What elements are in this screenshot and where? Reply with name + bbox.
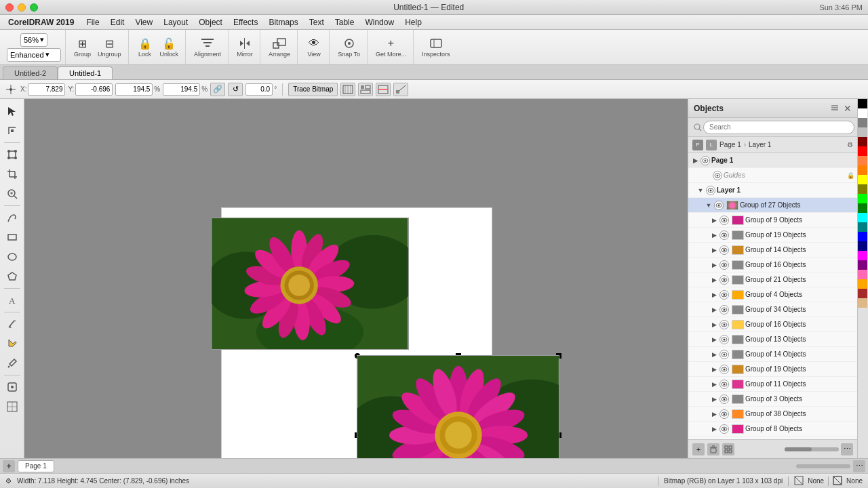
menu-item-window[interactable]: Window: [359, 16, 399, 28]
node-tool[interactable]: [3, 121, 22, 140]
tree-item-12[interactable]: ▶Group of 11 Objects: [688, 377, 857, 392]
palette-color[interactable]: [858, 156, 867, 165]
item-toggle-3[interactable]: ▶: [710, 246, 718, 254]
panel-options-btn[interactable]: [830, 103, 840, 114]
menu-item-effects[interactable]: Effects: [228, 16, 263, 28]
palette-color[interactable]: [858, 241, 867, 251]
item-toggle-1[interactable]: ▶: [710, 216, 718, 224]
pencil-tool[interactable]: [3, 314, 22, 333]
item-toggle-14[interactable]: ▶: [710, 410, 718, 418]
rotation-input[interactable]: [245, 83, 273, 96]
get-more-button[interactable]: + Get More...: [373, 35, 409, 59]
menu-item-object[interactable]: Object: [193, 16, 228, 28]
tree-item-13[interactable]: ▶Group of 3 Objects: [688, 392, 857, 407]
flower-image-1[interactable]: [211, 218, 409, 350]
tab-untitled1[interactable]: Untitled-1: [58, 66, 113, 79]
palette-color[interactable]: [858, 175, 867, 184]
palette-color[interactable]: [858, 213, 867, 222]
view-button[interactable]: 👁 View: [303, 35, 325, 59]
search-input[interactable]: [703, 121, 854, 134]
palette-color[interactable]: [858, 146, 867, 156]
tab-untitled2[interactable]: Untitled-2: [3, 66, 58, 79]
lock-aspect-btn[interactable]: 🔗: [210, 83, 225, 96]
tree-item-2[interactable]: ▶Group of 19 Objects: [688, 228, 857, 243]
guides-toggle[interactable]: [702, 171, 710, 180]
item-toggle-12[interactable]: ▶: [710, 380, 718, 388]
item-toggle-10[interactable]: ▶: [710, 350, 718, 359]
menu-item-file[interactable]: File: [81, 16, 104, 28]
item-vis-11[interactable]: [719, 365, 729, 374]
palette-color[interactable]: [858, 108, 867, 118]
text-tool[interactable]: A: [3, 291, 22, 310]
item-vis-3[interactable]: [719, 245, 729, 255]
item-toggle-13[interactable]: ▶: [710, 395, 718, 403]
minimize-button[interactable]: [18, 3, 26, 12]
item-vis-6[interactable]: [719, 290, 729, 300]
item-toggle-11[interactable]: ▶: [710, 365, 718, 373]
color-eyedropper-tool[interactable]: [3, 354, 22, 373]
palette-color[interactable]: [858, 260, 867, 270]
item-toggle-15[interactable]: ▶: [710, 425, 718, 433]
page-zoom-slider[interactable]: [796, 464, 850, 468]
item-vis-1[interactable]: [719, 216, 729, 225]
unlock-button[interactable]: 🔓 Unlock: [157, 35, 182, 59]
page-panel-options-btn[interactable]: ⋯: [853, 460, 865, 472]
panel-settings-btn[interactable]: ⚙: [847, 141, 853, 148]
item-vis-12[interactable]: [719, 380, 729, 389]
palette-color[interactable]: [858, 251, 867, 260]
breadcrumb-page[interactable]: Page 1: [719, 141, 741, 148]
page-icon[interactable]: P: [692, 140, 703, 150]
menu-item-help[interactable]: Help: [399, 16, 427, 28]
w-input[interactable]: [115, 83, 153, 96]
tree-item-7[interactable]: ▶Group of 34 Objects: [688, 302, 857, 317]
bitmap-option2-btn[interactable]: [358, 83, 373, 96]
rectangle-tool[interactable]: [3, 228, 22, 247]
palette-color[interactable]: [858, 127, 867, 137]
page1-toggle[interactable]: ▶: [691, 157, 699, 165]
view-mode-dropdown[interactable]: Enhanced ▾: [7, 48, 61, 62]
panel-options-icon[interactable]: ⋯: [841, 443, 853, 455]
refresh-btn[interactable]: ↺: [228, 83, 243, 96]
alignment-button[interactable]: Alignment: [191, 35, 224, 59]
item-toggle-2[interactable]: ▶: [710, 231, 718, 239]
item-toggle-6[interactable]: ▶: [710, 291, 718, 299]
item-vis-4[interactable]: [719, 260, 729, 270]
page1-visibility[interactable]: [701, 156, 710, 165]
tree-item-14[interactable]: ▶Group of 38 Objects: [688, 407, 857, 422]
item-vis-10[interactable]: [719, 350, 729, 359]
canvas-area[interactable]: [24, 99, 688, 458]
item-toggle-5[interactable]: ▶: [710, 276, 718, 284]
ungroup-button[interactable]: ⊟ Ungroup: [95, 35, 124, 59]
item-vis-8[interactable]: [719, 320, 729, 329]
palette-color[interactable]: [858, 289, 867, 298]
zoom-dropdown[interactable]: 56% ▾: [20, 33, 47, 47]
palette-color[interactable]: [858, 99, 867, 108]
ellipse-tool[interactable]: [3, 247, 22, 266]
flower-image-2-container[interactable]: [357, 355, 559, 458]
freehand-tool[interactable]: [3, 208, 22, 227]
tree-item-8[interactable]: ▶Group of 16 Objects: [688, 317, 857, 332]
menu-item-layout[interactable]: Layout: [158, 16, 193, 28]
maximize-button[interactable]: [30, 3, 38, 12]
item0-visibility[interactable]: [714, 201, 724, 210]
item-vis-15[interactable]: [719, 424, 729, 434]
add-object-btn[interactable]: +: [692, 443, 705, 455]
palette-color[interactable]: [858, 279, 867, 289]
tree-item-10[interactable]: ▶Group of 14 Objects: [688, 347, 857, 362]
inspectors-button[interactable]: Inspectors: [419, 35, 453, 59]
bitmap-option4-btn[interactable]: [393, 83, 408, 96]
breadcrumb-layer[interactable]: Layer 1: [749, 141, 771, 148]
item-vis-14[interactable]: [719, 409, 729, 419]
palette-color[interactable]: [858, 137, 867, 146]
tree-item-6[interactable]: ▶Group of 4 Objects: [688, 287, 857, 302]
trace-bitmap-button[interactable]: Trace Bitmap: [288, 83, 338, 96]
tree-item-9[interactable]: ▶Group of 13 Objects: [688, 332, 857, 347]
palette-color[interactable]: [858, 165, 867, 175]
bitmap-option1-btn[interactable]: [340, 83, 355, 96]
snap-button[interactable]: Snap To: [335, 35, 363, 59]
del-object-btn[interactable]: [707, 443, 719, 455]
menu-item-table[interactable]: Table: [330, 16, 360, 28]
palette-color[interactable]: [858, 298, 867, 308]
palette-color[interactable]: [858, 270, 867, 279]
layer1-toggle[interactable]: ▼: [696, 186, 705, 195]
